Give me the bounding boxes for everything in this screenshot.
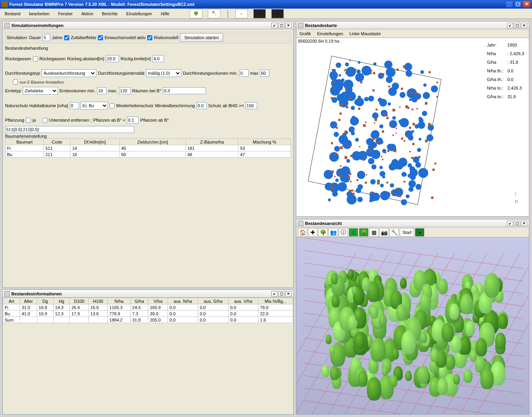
understory-label: Unterstand entfernen ;	[49, 118, 92, 122]
start-view-button[interactable]: Start	[400, 228, 414, 237]
panel-close-icon[interactable]: ✕	[285, 23, 292, 28]
tree-icon[interactable]: 🌳	[190, 9, 202, 18]
table-row[interactable]: Fi31.016.814.326.416.01105.324.5165.90.0…	[3, 304, 293, 311]
min-shade-input[interactable]	[197, 102, 207, 109]
panel-min-icon[interactable]: ↙	[507, 221, 513, 226]
svg-rect-258	[382, 159, 383, 160]
panel-close-icon[interactable]: ✕	[521, 221, 527, 226]
sim-panel-title: Simulationseinstellungen	[11, 23, 271, 28]
panel-max-icon[interactable]: ▢	[514, 221, 520, 226]
panel-min-icon[interactable]: ↙	[271, 291, 278, 297]
skid-checkbox[interactable]	[33, 56, 38, 61]
menu-hilfe[interactable]: Hilfe	[159, 11, 171, 17]
minimize-button[interactable]: _	[505, 1, 513, 8]
panel-max-icon[interactable]: ▢	[514, 23, 520, 28]
axe-icon[interactable]: 🪓	[208, 9, 220, 18]
species-header: Baumart	[5, 139, 44, 145]
panel-close-icon[interactable]: ✕	[521, 23, 527, 28]
plant-yes-checkbox[interactable]	[26, 118, 31, 123]
thin-int-select[interactable]: mäßig (1.0)	[146, 69, 181, 77]
panel-min-icon[interactable]: ↙	[507, 23, 513, 28]
svg-rect-243	[340, 165, 341, 167]
camera-icon[interactable]: 📷	[379, 228, 389, 237]
preview-icon[interactable]: ▪	[415, 228, 424, 237]
menu-berichte[interactable]: Berichte	[100, 11, 119, 17]
harvest-type-select[interactable]: Zielstärke	[23, 87, 58, 95]
table-row[interactable]: Bu21116604847	[5, 151, 291, 158]
stand-map-panel: Bestandeskarte ↙ ▢ ✕ Grafik Einstellunge…	[296, 21, 529, 217]
svg-point-140	[408, 135, 413, 140]
svg-point-102	[368, 96, 374, 102]
svg-rect-278	[339, 113, 342, 115]
wrench-icon[interactable]: 🔧	[390, 228, 399, 237]
svg-rect-286	[349, 60, 350, 61]
info-icon[interactable]: ⓘ	[339, 228, 348, 237]
protect-bhd-input[interactable]	[245, 102, 257, 109]
skid-dist-input[interactable]	[106, 55, 119, 62]
svg-point-40	[422, 111, 427, 116]
map-menu-einstellungen[interactable]: Einstellungen	[317, 31, 343, 36]
harvest-vol-max-input[interactable]	[119, 87, 131, 94]
svg-point-154	[398, 158, 407, 167]
panel-max-icon[interactable]: ▢	[278, 291, 285, 297]
green-tool-icon[interactable]: 🌲	[349, 228, 358, 237]
harvest-vol-min-input[interactable]	[97, 87, 106, 94]
plant-label: Pflanzung	[5, 118, 24, 122]
table-row[interactable]: Fi511144518153	[5, 145, 291, 151]
toolbar-btn-3[interactable]: ▪	[271, 9, 284, 18]
svg-point-34	[380, 183, 384, 187]
minority-label: Minderheitenschutz	[116, 103, 153, 108]
close-button[interactable]: ✕	[523, 1, 530, 8]
table-row[interactable]: Sum1884.231.8205.00.00.00.01.6	[3, 317, 293, 323]
svg-rect-188	[399, 195, 401, 197]
only-z-checkbox[interactable]	[13, 79, 18, 84]
risk-checkbox[interactable]	[147, 35, 152, 40]
svg-point-150	[409, 169, 418, 177]
cross-icon[interactable]: ✚	[308, 228, 317, 237]
view-3d-canvas[interactable]	[296, 237, 529, 414]
people-icon[interactable]: 👥	[328, 228, 338, 237]
svg-point-69	[341, 166, 350, 175]
panel-close-icon[interactable]: ✕	[285, 291, 292, 297]
panel-min-icon[interactable]: ↙	[271, 23, 278, 28]
thin-type-select[interactable]: Auslesedurchforstung	[41, 69, 96, 77]
random-checkbox[interactable]	[64, 35, 69, 40]
menu-bestand[interactable]: Bestand	[3, 11, 22, 17]
svg-point-172	[343, 80, 353, 90]
understory-checkbox[interactable]	[42, 118, 47, 123]
nature-species-select[interactable]: Ei, Bu	[81, 102, 108, 110]
nature-input[interactable]	[70, 102, 79, 109]
map-menu-grafik[interactable]: Grafik	[299, 31, 311, 36]
menu-fenster[interactable]: Fenster	[56, 11, 74, 17]
svg-point-148	[371, 164, 377, 169]
menu-aktion[interactable]: Aktion	[80, 11, 95, 17]
map-menu-maustaste[interactable]: Linke Maustaste	[349, 31, 381, 36]
thin-vol-max-input[interactable]	[260, 70, 269, 77]
table-row[interactable]: Bu41.010.912.317.913.6778.97.339.00.00.0…	[3, 311, 293, 317]
maximize-button[interactable]: ▢	[514, 1, 522, 8]
svg-point-118	[418, 138, 421, 140]
toolbar-btn-1[interactable]: ▫	[235, 9, 248, 18]
menu-bearbeiten[interactable]: bearbeiten	[27, 11, 51, 17]
grid-icon[interactable]: ▦	[369, 228, 379, 237]
svg-rect-181	[366, 174, 367, 175]
tree-tool-icon[interactable]: 🌳	[318, 228, 328, 237]
map-canvas[interactable]: 95650200 6H 0.19 ha Jahr:1993N/ha: 2,426…	[296, 38, 529, 216]
thin-vol-min-input[interactable]	[239, 70, 249, 77]
svg-point-127	[328, 198, 331, 201]
toolbar-btn-2[interactable]: ▪	[253, 9, 266, 18]
sim-duration-input[interactable]	[42, 34, 50, 41]
skid-width-input[interactable]	[152, 55, 164, 62]
svg-point-153	[400, 92, 406, 98]
menu-einstellungen[interactable]: Einstellungen	[125, 11, 154, 17]
plant-code-input[interactable]	[5, 126, 134, 133]
panel-max-icon[interactable]: ▢	[278, 23, 285, 28]
home-icon[interactable]: 🏠	[298, 228, 307, 237]
svg-rect-173	[373, 72, 375, 74]
start-simulation-button[interactable]: Simulation starten	[180, 33, 223, 42]
green-tool2-icon[interactable]: 🌳	[359, 228, 368, 237]
ingrowth-checkbox[interactable]	[98, 35, 103, 40]
minority-checkbox[interactable]	[110, 103, 115, 108]
clear-input[interactable]	[163, 87, 206, 94]
plant-from-input[interactable]	[127, 117, 139, 124]
